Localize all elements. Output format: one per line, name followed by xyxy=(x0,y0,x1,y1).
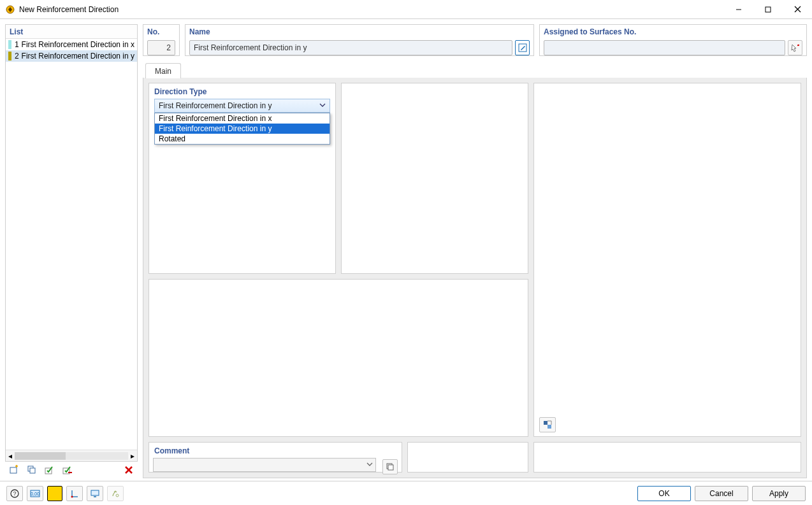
dropdown-option-x[interactable]: First Reinforcement Direction in x xyxy=(155,113,330,124)
direction-type-dropdown[interactable]: First Reinforcement Direction in x First… xyxy=(154,113,330,145)
list-swatch-icon xyxy=(8,40,11,49)
svg-rect-16 xyxy=(544,421,547,425)
svg-point-26 xyxy=(71,495,73,497)
list-swatch-icon xyxy=(8,52,11,60)
assigned-label: Assigned to Surfaces No. xyxy=(540,25,806,39)
help-button[interactable]: ? xyxy=(6,486,23,501)
footer: ? 0,00 OK Cancel Apply xyxy=(0,481,812,505)
list-header: List xyxy=(6,25,137,39)
comment-panel: Comment xyxy=(149,442,402,473)
mid-grid: Direction Type First Reinforcement Direc… xyxy=(143,78,806,442)
check-exclude-button[interactable] xyxy=(60,463,75,477)
apply-button[interactable]: Apply xyxy=(752,486,806,501)
new-item-button[interactable] xyxy=(6,463,22,477)
no-label: No. xyxy=(143,25,179,39)
chevron-down-icon xyxy=(319,101,326,110)
blank-panel-top-right xyxy=(341,83,528,274)
svg-text:0,00: 0,00 xyxy=(31,492,40,496)
left-column: List 1 First Reinforcement Direction in … xyxy=(5,24,138,478)
direction-type-combo[interactable]: First Reinforcement Direction in y xyxy=(154,99,330,113)
direction-type-label: Direction Type xyxy=(149,83,335,99)
display-button[interactable] xyxy=(87,486,103,501)
name-panel: Name xyxy=(185,24,534,56)
list-toolbar xyxy=(5,462,138,478)
svg-rect-19 xyxy=(388,465,393,470)
comment-label: Comment xyxy=(149,443,402,458)
no-input[interactable] xyxy=(147,40,175,55)
edit-name-button[interactable] xyxy=(515,40,530,55)
delete-item-button[interactable] xyxy=(121,463,136,477)
blank-panel-bottom xyxy=(149,279,528,437)
check-include-button[interactable] xyxy=(42,463,57,477)
tab-main[interactable]: Main xyxy=(145,63,181,78)
list-panel: List 1 First Reinforcement Direction in … xyxy=(5,24,138,462)
list-item-number: 1 xyxy=(14,40,19,49)
maximize-button[interactable] xyxy=(753,0,783,18)
right-column: No. Name Assigned to Surfaces No. xyxy=(143,24,807,478)
tab-container: Main Direction Type First Reinforcement … xyxy=(143,61,807,478)
window-controls xyxy=(724,0,812,18)
list-item-2[interactable]: 2 First Reinforcement Direction in y xyxy=(6,50,137,62)
list-horizontal-scrollbar[interactable]: ◂ ▸ xyxy=(6,450,137,461)
app-icon xyxy=(5,4,15,15)
dropdown-option-rotated[interactable]: Rotated xyxy=(155,134,330,144)
comment-combo[interactable] xyxy=(153,458,376,472)
preview-settings-button[interactable] xyxy=(539,417,556,432)
name-input[interactable] xyxy=(189,40,512,55)
direction-type-selected: First Reinforcement Direction in y xyxy=(159,101,272,110)
scroll-right-icon[interactable]: ▸ xyxy=(131,452,134,460)
preview-panel xyxy=(533,83,801,437)
scroll-left-icon[interactable]: ◂ xyxy=(8,452,12,460)
ok-button[interactable]: OK xyxy=(637,486,691,501)
list-item-label: First Reinforcement Direction in y xyxy=(22,52,134,60)
list-item-label: First Reinforcement Direction in x xyxy=(22,40,134,49)
scroll-thumb[interactable] xyxy=(15,452,66,460)
svg-rect-7 xyxy=(30,468,35,473)
svg-text:?: ? xyxy=(13,490,16,497)
svg-point-29 xyxy=(116,494,119,497)
tabs-row: Main xyxy=(143,61,807,78)
svg-rect-5 xyxy=(10,467,17,473)
direction-type-panel: Direction Type First Reinforcement Direc… xyxy=(149,83,336,274)
window-title: New Reinforcement Direction xyxy=(19,5,724,14)
comment-right-panel xyxy=(407,442,528,473)
minimize-button[interactable] xyxy=(724,0,753,18)
close-button[interactable] xyxy=(783,0,812,18)
comment-preview-panel xyxy=(533,442,801,473)
assigned-panel: Assigned to Surfaces No. xyxy=(539,24,807,56)
dialog-body: List 1 First Reinforcement Direction in … xyxy=(0,19,812,481)
list-items[interactable]: 1 First Reinforcement Direction in x 2 F… xyxy=(6,39,137,450)
svg-rect-27 xyxy=(91,490,99,495)
chevron-down-icon xyxy=(366,460,373,469)
units-button[interactable]: 0,00 xyxy=(27,486,43,501)
duplicate-item-button[interactable] xyxy=(24,463,40,477)
svg-rect-2 xyxy=(765,7,771,12)
dropdown-option-y[interactable]: First Reinforcement Direction in y xyxy=(155,124,330,134)
name-label: Name xyxy=(185,25,533,39)
color-indicator[interactable] xyxy=(47,486,62,501)
cancel-button[interactable]: Cancel xyxy=(695,486,748,501)
pick-surfaces-button[interactable] xyxy=(788,40,802,55)
list-item-number: 2 xyxy=(14,52,19,60)
axes-button[interactable] xyxy=(66,486,83,501)
scroll-track[interactable] xyxy=(15,452,128,460)
comment-row: Comment xyxy=(143,442,806,478)
tab-content: Direction Type First Reinforcement Direc… xyxy=(143,78,807,478)
top-row: No. Name Assigned to Surfaces No. xyxy=(143,24,807,56)
list-item-1[interactable]: 1 First Reinforcement Direction in x xyxy=(6,39,137,50)
assigned-input[interactable] xyxy=(544,40,785,55)
comment-library-button[interactable] xyxy=(382,459,398,474)
svg-rect-17 xyxy=(547,425,551,429)
no-panel: No. xyxy=(143,24,180,56)
titlebar: New Reinforcement Direction xyxy=(0,0,812,19)
script-button[interactable] xyxy=(107,486,124,501)
